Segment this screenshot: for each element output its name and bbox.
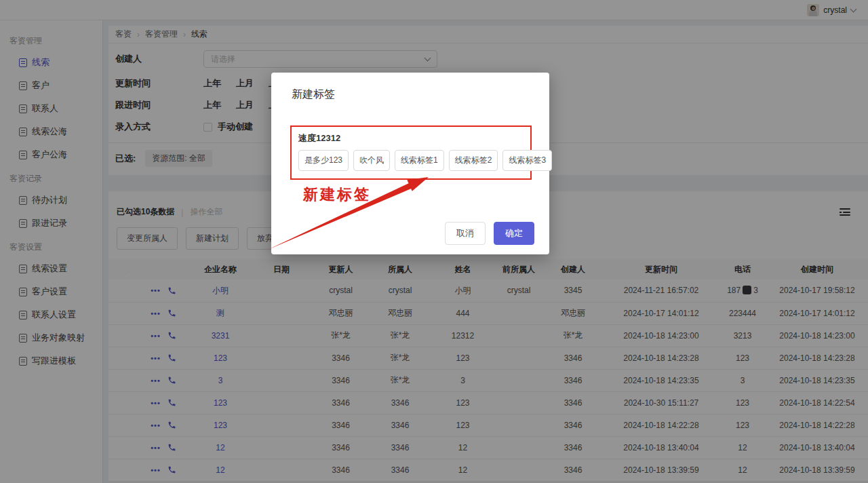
cancel-button[interactable]: 取消 (445, 222, 486, 245)
app-window: crystal 客资管理线索客户联系人线索公海客户公海客资记录待办计划跟进记录客… (0, 0, 868, 483)
tag-button-是多少123[interactable]: 是多少123 (298, 150, 349, 171)
tag-button-吹个风[interactable]: 吹个风 (353, 150, 390, 171)
modal-title: 新建标签 (271, 73, 549, 102)
tag-button-线索标签2[interactable]: 线索标签2 (449, 150, 498, 171)
confirm-button[interactable]: 确定 (494, 222, 534, 245)
tag-group-label: 速度12312 (298, 132, 524, 144)
tag-list: 是多少123吹个风线索标签1线索标签2线索标签3 (298, 150, 524, 171)
tag-button-线索标签1[interactable]: 线索标签1 (395, 150, 444, 171)
tag-group-highlight-box: 速度12312 是多少123吹个风线索标签1线索标签2线索标签3 (290, 125, 532, 180)
tag-button-线索标签3[interactable]: 线索标签3 (502, 150, 552, 171)
new-tag-modal: 新建标签 速度12312 是多少123吹个风线索标签1线索标签2线索标签3 取消… (271, 73, 549, 254)
